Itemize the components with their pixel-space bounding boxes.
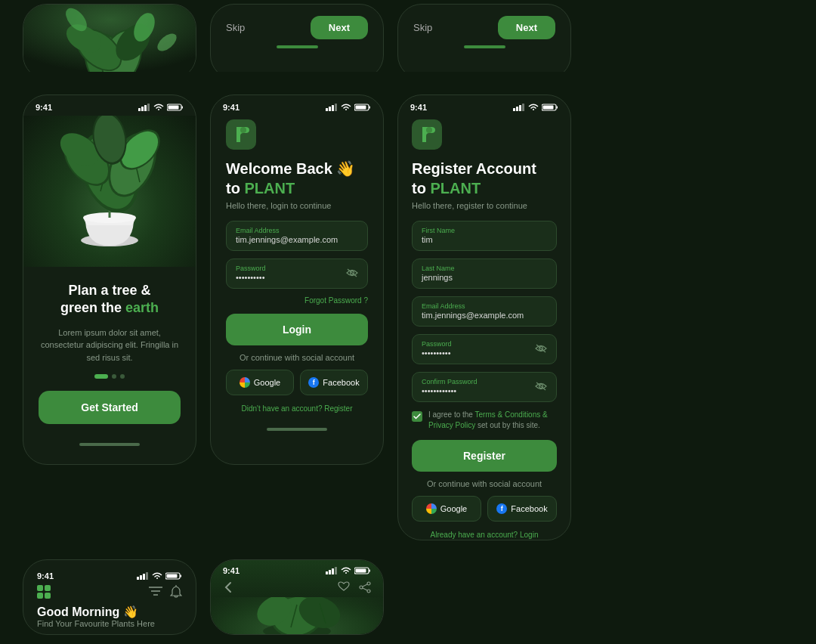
svg-rect-36 — [329, 107, 331, 111]
reg-email-input-group: Email Address tim.jennings@example.com — [412, 296, 557, 327]
share-icon[interactable] — [359, 581, 371, 593]
signal-icon-1 — [138, 104, 150, 111]
reg-or-social-text: Or continue with social account — [412, 479, 557, 488]
register-link-text[interactable]: Register — [324, 404, 352, 413]
status-bar-2: 9:41 — [211, 95, 383, 116]
home-wifi-icon — [152, 572, 162, 580]
google-login-button[interactable]: Google — [226, 370, 294, 395]
plant-nav-bar: 9:41 — [211, 560, 383, 581]
reg-password-input-group: Password •••••••••• — [412, 334, 557, 364]
plant-action-bar — [211, 581, 383, 597]
svg-line-81 — [363, 584, 367, 587]
home-signal-icon — [137, 572, 149, 580]
svg-rect-72 — [329, 570, 331, 574]
password-toggle-icon[interactable] — [346, 268, 358, 280]
svg-point-79 — [360, 586, 363, 589]
home-status-bar: 9:41 — [37, 571, 182, 585]
onboarding-dots — [94, 374, 125, 379]
svg-rect-71 — [326, 571, 328, 574]
back-icon[interactable] — [223, 581, 235, 593]
svg-rect-41 — [356, 106, 366, 110]
reg-google-button[interactable]: Google — [412, 496, 481, 522]
home-nav-icons — [37, 585, 52, 599]
next-button-2[interactable]: Next — [498, 16, 555, 39]
terms-checkbox[interactable] — [412, 411, 422, 422]
confirm-password-input-group: Confirm Password •••••••••••• — [412, 372, 557, 402]
reg-facebook-button[interactable]: f Facebook — [487, 496, 557, 522]
svg-rect-65 — [45, 585, 51, 591]
plant-signal-icon — [326, 567, 338, 574]
svg-rect-64 — [37, 585, 43, 591]
plant-wifi-icon — [341, 567, 351, 574]
app-logo-register — [412, 119, 442, 150]
reg-password-field[interactable]: Password •••••••••• — [412, 334, 557, 364]
login-title: Welcome Back 👋 to PLANT — [226, 159, 368, 198]
forgot-password-link[interactable]: Forgot Password ? — [226, 296, 368, 305]
last-name-field[interactable]: Last Name jennings — [412, 259, 557, 289]
plant-detail-partial: 9:41 — [210, 559, 384, 635]
reg-email-field[interactable]: Email Address tim.jennings@example.com — [412, 296, 557, 327]
email-input-group: Email Address tim.jennings@example.com — [226, 221, 368, 251]
home-time: 9:41 — [37, 571, 54, 581]
confirm-password-field[interactable]: Confirm Password •••••••••••• — [412, 372, 557, 402]
svg-rect-73 — [332, 568, 334, 574]
splash-screen: 9:41 — [23, 94, 196, 465]
home-indicator-2 — [267, 428, 327, 431]
reg-social-login-group: Google f Facebook — [412, 496, 557, 522]
register-button[interactable]: Register — [412, 440, 557, 472]
plant-detail-image — [211, 597, 383, 635]
battery-icon-1 — [167, 104, 184, 111]
filter-icon[interactable] — [149, 585, 162, 597]
reg-google-icon — [426, 503, 437, 514]
terms-text: I agree to the Terms & Conditions & Priv… — [428, 410, 557, 431]
facebook-login-button[interactable]: f Facebook — [300, 370, 368, 395]
svg-point-78 — [367, 582, 370, 585]
dot-2 — [112, 374, 116, 379]
svg-rect-60 — [146, 572, 148, 580]
social-login-group: Google f Facebook — [226, 370, 368, 395]
grid-icon[interactable] — [37, 585, 52, 599]
svg-point-52 — [426, 127, 432, 133]
last-name-input-group: Last Name jennings — [412, 259, 557, 289]
page-indicator-1 — [277, 45, 318, 48]
svg-rect-15 — [147, 104, 150, 111]
home-indicator-1 — [79, 443, 140, 446]
password-input-group: Password •••••••••• — [226, 259, 368, 289]
svg-rect-66 — [37, 593, 43, 599]
home-battery-icon — [165, 572, 182, 580]
svg-rect-51 — [543, 106, 554, 110]
svg-rect-45 — [513, 108, 515, 111]
svg-rect-58 — [140, 575, 142, 580]
svg-rect-67 — [45, 593, 51, 599]
confirm-password-toggle-icon[interactable] — [535, 381, 547, 393]
skip-label-1[interactable]: Skip — [226, 22, 245, 33]
svg-rect-37 — [332, 105, 334, 111]
svg-rect-50 — [557, 107, 558, 109]
notification-icon[interactable] — [170, 585, 182, 599]
email-field[interactable]: Email Address tim.jennings@example.com — [226, 221, 368, 251]
home-utility-icons — [149, 585, 182, 599]
svg-rect-14 — [144, 105, 147, 111]
skip-label-2[interactable]: Skip — [413, 22, 432, 33]
password-field[interactable]: Password •••••••••• — [226, 259, 368, 289]
plant-time: 9:41 — [223, 566, 240, 575]
login-link-text[interactable]: Login — [520, 531, 538, 539]
plant-battery-icon — [354, 567, 371, 574]
time-2: 9:41 — [223, 103, 240, 112]
svg-rect-74 — [335, 567, 337, 574]
login-button[interactable]: Login — [226, 314, 368, 345]
wifi-icon-2 — [341, 104, 351, 111]
svg-rect-77 — [356, 569, 366, 573]
reg-password-toggle-icon[interactable] — [535, 343, 547, 355]
time-3: 9:41 — [410, 103, 427, 112]
svg-rect-18 — [168, 106, 179, 110]
next-button-1[interactable]: Next — [311, 16, 368, 39]
register-prompt: Didn't have an account? Register — [226, 404, 368, 413]
splash-title: Plan a tree & green the earth — [60, 282, 159, 317]
page-indicator-2 — [464, 45, 505, 48]
svg-rect-13 — [141, 107, 144, 111]
favorite-icon[interactable] — [338, 581, 350, 592]
first-name-field[interactable]: First Name tim — [412, 221, 557, 251]
get-started-button[interactable]: Get Started — [39, 391, 181, 424]
first-name-input-group: First Name tim — [412, 221, 557, 251]
